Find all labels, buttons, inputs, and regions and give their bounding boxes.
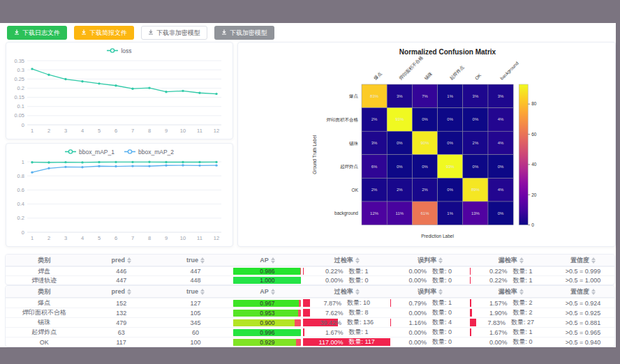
svg-text:60: 60 [531,132,537,137]
svg-text:8: 8 [148,235,151,241]
sort-carets-icon [127,257,131,264]
rate-bar [303,299,310,307]
download-report-file-button[interactable]: 下载简报文件 [74,26,134,40]
download-icon [14,29,20,36]
ap-bar: 1.000 [233,277,301,284]
line-series-bbox_mAP_1 [32,162,216,162]
legend-item-bbox_mAP_2[interactable]: bbox_mAP_2 [124,149,174,156]
rate-bar [470,328,471,336]
line-series-icon [124,149,135,156]
class-name-cell: 焊盘 [6,267,83,275]
pred-cell: 446 [83,267,160,275]
data-point [47,74,50,76]
column-header-pred[interactable]: pred [83,286,160,297]
map-chart-legend: bbox_mAP_1bbox_mAP_2 [6,144,232,158]
sort-carets-icon [438,289,443,295]
svg-text:0%: 0% [473,117,479,121]
column-header-置信度[interactable]: 置信度 [552,255,614,266]
map-chart-canvas: 00.20.40.60.81123456789101112 [6,158,230,242]
column-header-true[interactable]: true [160,286,232,297]
line-series-bbox_mAP_2 [32,165,216,172]
pred-cell: 132 [83,308,160,317]
true-cell: 345 [160,318,232,327]
column-header-true[interactable]: true [160,255,232,266]
svg-text:3%: 3% [397,94,403,98]
x-axis-label: Prediction Label [421,234,454,238]
svg-text:1: 1 [31,235,34,241]
column-header-误判率[interactable]: 误判率 [390,286,470,297]
column-header-AP[interactable]: AP [231,255,303,266]
ap-cell: 0.996 [231,328,303,337]
ap-bar: 0.953 [233,310,301,317]
rate-count: 数量: 0 [348,276,368,285]
download-log-file-button[interactable]: 下载日志文件 [7,26,67,40]
column-header-漏检率[interactable]: 漏检率 [470,286,552,297]
legend-item-bbox_mAP_1[interactable]: bbox_mAP_1 [65,149,115,156]
weld-summary-table: 类别predtrueAP过检率误判率漏检率置信度焊盘4464470.9860.2… [5,254,615,285]
column-label: background [499,60,520,81]
svg-text:1: 1 [22,159,24,165]
column-label: OK [474,73,482,81]
data-point [198,92,200,94]
ap-cell: 0.967 [231,298,303,308]
column-header-label: AP [260,288,269,295]
svg-text:61%: 61% [420,211,429,215]
rate-value: 0.00% [489,339,508,346]
svg-text:0.4: 0.4 [17,201,24,207]
missed-detection-cell: 0.22%数量: 1 [470,276,552,285]
table-header-row: 类别predtrueAP过检率误判率漏检率置信度 [6,286,614,298]
data-point [148,161,150,163]
svg-text:1%: 1% [447,94,453,98]
true-cell: 127 [160,298,232,308]
download-encrypted-model-button[interactable]: 下载加密模型 [214,26,274,40]
column-header-label: 误判率 [418,287,436,296]
missed-detection-cell: 1.57%数量: 2 [470,298,552,308]
column-header-label: 过检率 [334,256,353,265]
ap-value: 0.986 [233,268,301,275]
data-point [165,165,167,167]
column-header-pred[interactable]: pred [83,255,160,266]
rate-value: 39.42% [320,319,341,326]
column-label: 爆点 [373,70,383,80]
confidence-cell: >0.5 = 0.925 [552,308,614,317]
column-header-label: 漏检率 [499,256,517,265]
svg-text:4: 4 [81,235,84,241]
svg-text:11%: 11% [396,211,404,215]
sort-carets-icon [355,257,360,264]
table-row: 焊印面积不合格1321050.9537.62%数量: 80.00%数量: 01.… [6,308,614,317]
row-label: background [334,211,358,216]
data-point [148,86,150,89]
ap-cell: 0.929 [231,338,303,347]
column-header-label: 置信度 [570,256,589,265]
column-header-置信度[interactable]: 置信度 [552,286,614,297]
data-point [98,82,100,84]
data-point [198,165,200,167]
svg-text:3: 3 [64,128,67,134]
column-header-过检率[interactable]: 过检率 [303,255,390,266]
column-header-过检率[interactable]: 过检率 [303,286,390,297]
svg-text:12%: 12% [370,211,379,215]
column-header-漏检率[interactable]: 漏检率 [470,255,552,266]
svg-text:8: 8 [148,128,151,134]
misjudge-cell: 0.00%数量: 0 [390,308,470,317]
over-detection-cell: 0.00%数量: 0 [303,276,390,285]
column-label: 起焊炸点 [448,64,465,81]
svg-text:0%: 0% [447,141,453,145]
svg-text:3: 3 [64,235,67,241]
data-point [165,91,167,93]
column-header-误判率[interactable]: 误判率 [390,255,470,266]
sort-carets-icon [271,289,275,295]
rate-value: 0.00% [408,339,427,346]
rate-bar [470,309,471,317]
confusion-matrix-card: Normalized Confusion Matrix 83%3%7%1%3%3… [237,42,616,247]
svg-text:0.35: 0.35 [14,58,24,64]
rate-count: 数量: 2 [512,298,532,308]
column-header-AP[interactable]: AP [231,286,303,297]
download-unencrypted-model-button[interactable]: 下载非加密模型 [141,26,207,40]
rate-count: 数量: 0 [432,308,452,317]
svg-text:6%: 6% [371,165,378,169]
svg-text:6: 6 [115,235,117,241]
sort-carets-icon [271,257,275,264]
legend-item-loss[interactable]: loss [107,47,131,55]
data-point [148,165,150,167]
